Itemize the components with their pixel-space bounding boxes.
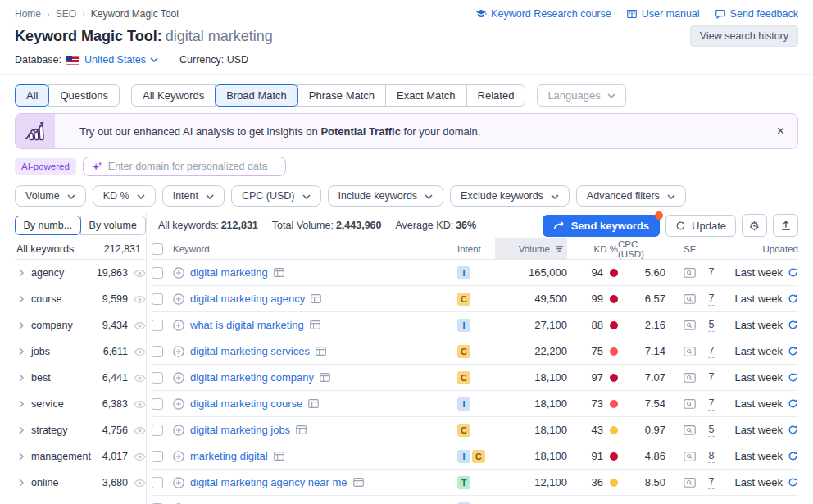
sidebar-group-item[interactable]: course 9,599 xyxy=(15,286,146,312)
volume-filter-dropdown[interactable]: Volume xyxy=(15,185,86,207)
refresh-icon[interactable] xyxy=(788,293,798,304)
export-button[interactable] xyxy=(773,214,798,237)
add-to-list-icon[interactable] xyxy=(173,320,184,331)
keyword-link[interactable]: what is digital marketing xyxy=(190,319,304,331)
row-checkbox[interactable] xyxy=(152,398,163,410)
refresh-icon[interactable] xyxy=(788,346,798,356)
add-to-list-icon[interactable] xyxy=(173,267,184,279)
serp-window-icon[interactable] xyxy=(316,347,326,356)
sidebar-group-item[interactable]: agency 19,863 xyxy=(15,260,146,286)
column-intent[interactable]: Intent xyxy=(457,238,495,259)
column-keyword[interactable]: Keyword xyxy=(173,238,457,259)
serp-window-icon[interactable] xyxy=(296,425,307,434)
row-checkbox[interactable] xyxy=(152,346,163,357)
serp-window-icon[interactable] xyxy=(310,320,320,329)
add-to-list-icon[interactable] xyxy=(173,425,184,436)
sort-by-number-button[interactable]: By numb... xyxy=(15,216,81,235)
keyword-link[interactable]: digital marketing agency xyxy=(190,293,305,305)
database-select[interactable]: United States xyxy=(84,54,158,66)
sf-count[interactable]: 7 xyxy=(708,293,715,306)
include-keywords-dropdown[interactable]: Include keywords xyxy=(328,185,444,207)
view-search-history-button[interactable]: View search history xyxy=(690,25,798,47)
hide-eye-icon[interactable] xyxy=(134,398,146,411)
keyword-link[interactable]: marketing digital xyxy=(190,450,268,462)
sf-count[interactable]: 5 xyxy=(708,319,715,332)
row-checkbox[interactable] xyxy=(152,372,163,384)
user-manual-link[interactable]: User manual xyxy=(626,8,700,20)
sidebar-group-item[interactable]: jobs 6,611 xyxy=(15,338,146,365)
sf-count[interactable]: 7 xyxy=(708,371,715,384)
add-to-list-icon[interactable] xyxy=(173,346,184,357)
serp-window-icon[interactable] xyxy=(353,478,364,487)
serp-snapshot-icon[interactable] xyxy=(684,267,696,278)
serp-snapshot-icon[interactable] xyxy=(684,346,696,356)
sidebar-header[interactable]: All keywords 212,831 xyxy=(15,238,146,260)
serp-snapshot-icon[interactable] xyxy=(684,425,696,435)
sidebar-group-item[interactable]: service 6,383 xyxy=(15,391,146,417)
sidebar-group-item[interactable]: media 3,353 xyxy=(15,496,146,504)
keyword-link[interactable]: digital marketing services xyxy=(190,345,310,357)
keyword-link[interactable]: digital marketing jobs xyxy=(190,424,290,436)
hide-eye-icon[interactable] xyxy=(134,267,146,279)
sidebar-group-item[interactable]: strategy 4,756 xyxy=(15,417,146,443)
breadcrumb-home[interactable]: Home xyxy=(15,8,41,20)
column-updated[interactable]: Updated xyxy=(715,238,798,259)
keyword-research-course-link[interactable]: Keyword Research course xyxy=(475,8,611,20)
row-checkbox[interactable] xyxy=(152,425,163,436)
send-feedback-link[interactable]: Send feedback xyxy=(715,8,798,20)
select-all-checkbox[interactable] xyxy=(152,243,163,255)
serp-window-icon[interactable] xyxy=(320,373,330,382)
row-checkbox[interactable] xyxy=(152,451,163,462)
domain-input-wrapper[interactable] xyxy=(83,157,286,176)
column-volume[interactable]: Volume xyxy=(495,238,567,259)
sidebar-group-item[interactable]: best 6,441 xyxy=(15,365,146,391)
kd-filter-dropdown[interactable]: KD % xyxy=(93,185,156,207)
sidebar-group-item[interactable]: management 4,017 xyxy=(15,443,146,470)
serp-snapshot-icon[interactable] xyxy=(684,451,696,461)
cpc-filter-dropdown[interactable]: CPC (USD) xyxy=(231,185,321,207)
hide-eye-icon[interactable] xyxy=(134,425,146,437)
serp-snapshot-icon[interactable] xyxy=(684,477,696,488)
refresh-icon[interactable] xyxy=(788,398,798,409)
serp-window-icon[interactable] xyxy=(311,294,321,303)
row-checkbox[interactable] xyxy=(152,320,163,331)
keyword-link[interactable]: digital marketing agency near me xyxy=(190,476,347,488)
add-to-list-icon[interactable] xyxy=(173,293,184,305)
keyword-link[interactable]: digital marketing course xyxy=(190,397,302,410)
tab-all[interactable]: All xyxy=(15,84,49,107)
add-to-list-icon[interactable] xyxy=(173,372,184,384)
serp-snapshot-icon[interactable] xyxy=(684,398,696,409)
refresh-icon[interactable] xyxy=(788,425,798,435)
intent-filter-dropdown[interactable]: Intent xyxy=(162,185,225,207)
update-button[interactable]: Update xyxy=(665,215,736,237)
serp-snapshot-icon[interactable] xyxy=(684,293,696,304)
tab-exact-match[interactable]: Exact Match xyxy=(385,84,467,107)
sidebar-group-item[interactable]: company 9,434 xyxy=(15,312,146,338)
refresh-icon[interactable] xyxy=(788,372,798,383)
send-keywords-button[interactable]: Send keywords xyxy=(543,215,660,237)
keyword-link[interactable]: digital marketing company xyxy=(190,371,314,384)
sidebar-group-item[interactable]: online 3,680 xyxy=(15,470,146,496)
sf-count[interactable]: 7 xyxy=(708,476,715,489)
add-to-list-icon[interactable] xyxy=(173,398,184,410)
exclude-keywords-dropdown[interactable]: Exclude keywords xyxy=(450,185,570,207)
hide-eye-icon[interactable] xyxy=(134,346,146,358)
languages-dropdown[interactable]: Languages xyxy=(537,84,625,107)
column-sf[interactable]: SF xyxy=(665,238,715,259)
row-checkbox[interactable] xyxy=(152,267,163,279)
tab-questions[interactable]: Questions xyxy=(48,84,120,107)
tab-all-keywords[interactable]: All Keywords xyxy=(131,84,216,107)
serp-window-icon[interactable] xyxy=(308,399,319,408)
refresh-icon[interactable] xyxy=(788,451,798,461)
row-checkbox[interactable] xyxy=(152,477,163,488)
hide-eye-icon[interactable] xyxy=(134,372,146,384)
serp-snapshot-icon[interactable] xyxy=(684,372,696,383)
add-to-list-icon[interactable] xyxy=(173,451,184,462)
breadcrumb-seo[interactable]: SEO xyxy=(56,8,76,20)
column-cpc[interactable]: CPC (USD) xyxy=(618,238,665,259)
refresh-icon[interactable] xyxy=(788,477,798,488)
hide-eye-icon[interactable] xyxy=(134,477,146,489)
serp-window-icon[interactable] xyxy=(274,452,284,461)
sf-count[interactable]: 5 xyxy=(708,424,715,437)
row-checkbox[interactable] xyxy=(152,293,163,305)
